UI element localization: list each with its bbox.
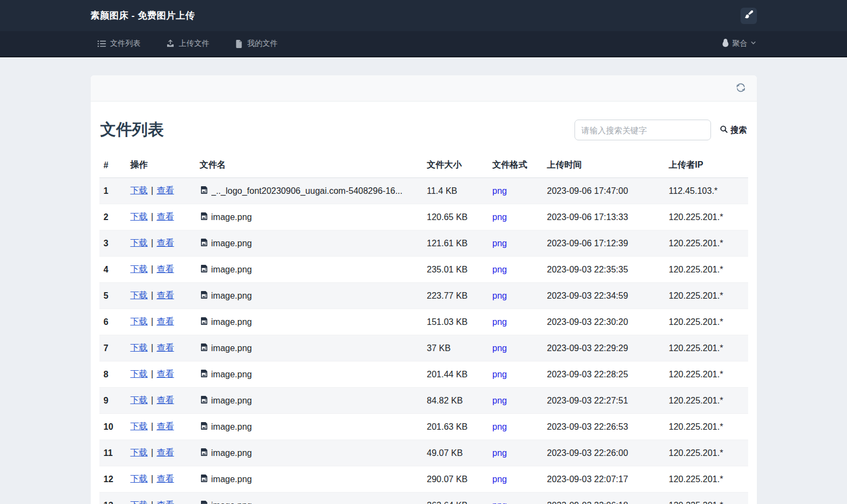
upload-time: 2023-09-06 17:13:33	[543, 204, 665, 230]
view-link[interactable]: 查看	[157, 422, 174, 431]
row-index: 11	[99, 440, 126, 466]
format-link[interactable]: png	[493, 396, 507, 405]
file-list-card: 文件列表 搜索 # 操作 文件名	[91, 75, 757, 504]
format-link[interactable]: png	[493, 370, 507, 379]
file-image-icon	[200, 369, 209, 380]
download-link[interactable]: 下载	[131, 186, 148, 195]
format-link[interactable]: png	[493, 212, 507, 222]
file-image-icon	[200, 343, 209, 354]
view-link[interactable]: 查看	[157, 395, 174, 405]
refresh-icon	[736, 82, 746, 94]
view-link[interactable]: 查看	[157, 500, 174, 504]
upload-time: 2023-09-03 22:35:35	[543, 257, 665, 283]
file-image-icon	[200, 395, 209, 406]
view-link[interactable]: 查看	[157, 474, 174, 483]
format-link[interactable]: png	[493, 239, 507, 248]
format-link[interactable]: png	[493, 501, 507, 504]
format-link[interactable]: png	[493, 317, 507, 327]
uploader-ip: 120.225.201.*	[665, 466, 748, 493]
uploader-ip: 120.225.201.*	[665, 388, 748, 414]
row-index: 8	[99, 361, 126, 388]
download-link[interactable]: 下载	[131, 317, 148, 326]
card-header	[91, 75, 757, 102]
file-image-icon	[200, 290, 209, 301]
upload-time: 2023-09-03 22:29:29	[543, 335, 665, 361]
file-size: 151.03 KB	[423, 309, 488, 335]
view-link[interactable]: 查看	[157, 238, 174, 247]
table-row: 4下载|查看image.png235.01 KBpng2023-09-03 22…	[99, 257, 748, 283]
download-link[interactable]: 下载	[131, 395, 148, 405]
column-header-filename: 文件名	[196, 154, 423, 178]
view-link[interactable]: 查看	[157, 317, 174, 326]
format-link[interactable]: png	[493, 343, 507, 353]
row-actions: 下载|查看	[126, 388, 196, 414]
row-filename-cell: image.png	[196, 466, 423, 493]
search-button[interactable]: 搜索	[720, 125, 747, 135]
format-link[interactable]: png	[493, 186, 507, 195]
format-link[interactable]: png	[493, 265, 507, 274]
format-link[interactable]: png	[493, 422, 507, 431]
row-index: 13	[99, 493, 126, 504]
format-link[interactable]: png	[493, 475, 507, 484]
nav-item-file-list[interactable]: 文件列表	[97, 39, 141, 49]
row-actions: 下载|查看	[126, 361, 196, 388]
format-link[interactable]: png	[493, 291, 507, 300]
column-header-size: 文件大小	[423, 154, 488, 178]
format-link[interactable]: png	[493, 448, 507, 458]
view-link[interactable]: 查看	[157, 343, 174, 352]
view-link[interactable]: 查看	[157, 212, 174, 221]
download-link[interactable]: 下载	[131, 448, 148, 457]
download-link[interactable]: 下载	[131, 474, 148, 483]
download-link[interactable]: 下载	[131, 290, 148, 300]
download-link[interactable]: 下载	[131, 264, 148, 274]
upload-icon	[166, 39, 175, 48]
file-name: image.png	[211, 422, 252, 432]
uploader-ip: 120.225.201.*	[665, 257, 748, 283]
sub-navbar: 文件列表 上传文件 我的文件 聚合	[0, 31, 847, 57]
table-row: 10下载|查看image.png201.63 KBpng2023-09-03 2…	[99, 414, 748, 440]
upload-time: 2023-09-03 22:34:59	[543, 283, 665, 309]
uploader-ip: 120.225.201.*	[665, 204, 748, 230]
uploader-ip: 120.225.201.*	[665, 493, 748, 504]
row-format-cell: png	[488, 204, 543, 230]
view-link[interactable]: 查看	[157, 290, 174, 300]
nav-item-my-files[interactable]: 我的文件	[235, 39, 278, 49]
download-link[interactable]: 下载	[131, 500, 148, 504]
row-format-cell: png	[488, 230, 543, 257]
upload-time: 2023-09-06 17:12:39	[543, 230, 665, 257]
table-row: 13下载|查看image.png263.64 KBpng2023-09-03 2…	[99, 493, 748, 504]
card-body: 文件列表 搜索 # 操作 文件名	[91, 102, 757, 504]
table-row: 5下载|查看image.png223.77 KBpng2023-09-03 22…	[99, 283, 748, 309]
row-index: 5	[99, 283, 126, 309]
file-name: _.._logo_font20230906_uugai.com-5408296-…	[211, 186, 403, 196]
action-separator: |	[151, 395, 153, 405]
uploader-ip: 120.225.201.*	[665, 440, 748, 466]
row-actions: 下载|查看	[126, 257, 196, 283]
download-link[interactable]: 下载	[131, 212, 148, 221]
file-size: 120.65 KB	[423, 204, 488, 230]
nav-item-upload[interactable]: 上传文件	[166, 39, 210, 49]
row-format-cell: png	[488, 257, 543, 283]
download-link[interactable]: 下载	[131, 422, 148, 431]
table-row: 6下载|查看image.png151.03 KBpng2023-09-03 22…	[99, 309, 748, 335]
row-filename-cell: image.png	[196, 493, 423, 504]
view-link[interactable]: 查看	[157, 186, 174, 195]
row-filename-cell: image.png	[196, 335, 423, 361]
file-image-icon	[200, 474, 209, 485]
refresh-button[interactable]	[736, 82, 746, 94]
view-link[interactable]: 查看	[157, 369, 174, 378]
view-link[interactable]: 查看	[157, 264, 174, 274]
table-row: 9下载|查看image.png84.82 KBpng2023-09-03 22:…	[99, 388, 748, 414]
row-format-cell: png	[488, 388, 543, 414]
download-link[interactable]: 下载	[131, 238, 148, 247]
theme-brush-button[interactable]	[741, 8, 757, 24]
user-menu-dropdown[interactable]: 聚合	[721, 38, 757, 49]
download-link[interactable]: 下载	[131, 343, 148, 352]
file-size: 223.77 KB	[423, 283, 488, 309]
file-size: 121.61 KB	[423, 230, 488, 257]
view-link[interactable]: 查看	[157, 448, 174, 457]
download-link[interactable]: 下载	[131, 369, 148, 378]
search-input[interactable]	[574, 120, 711, 140]
file-name: image.png	[211, 265, 252, 275]
row-format-cell: png	[488, 178, 543, 204]
